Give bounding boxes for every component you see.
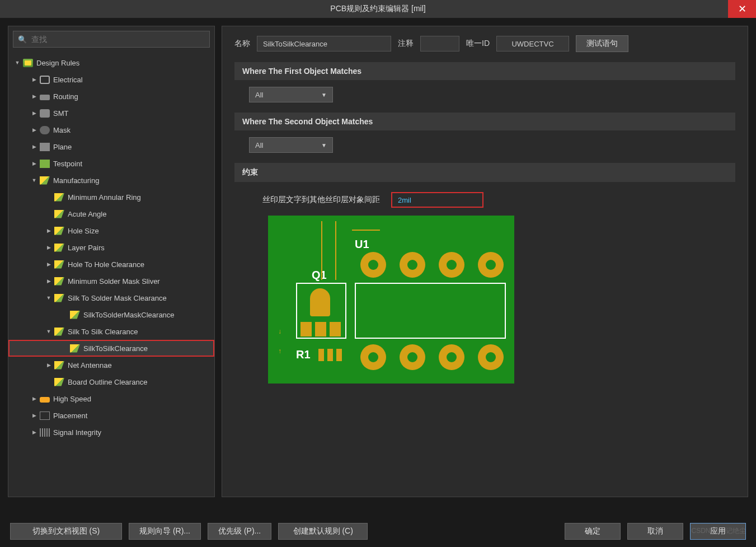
rule-icon bbox=[54, 378, 64, 386]
footer: 切换到文档视图 (S) 规则向导 (R)... 优先级 (P)... 创建默认规… bbox=[0, 516, 756, 547]
chevron-right-icon: ▶ bbox=[31, 143, 37, 150]
first-match-header: Where The First Object Matches bbox=[234, 62, 735, 80]
rule-icon bbox=[54, 328, 64, 336]
chevron-right-icon: ▶ bbox=[31, 127, 37, 133]
uid-input[interactable] bbox=[496, 36, 569, 52]
folder-icon bbox=[23, 59, 33, 67]
name-label: 名称 bbox=[234, 39, 250, 49]
switch-view-button[interactable]: 切换到文档视图 (S) bbox=[10, 523, 122, 540]
rule-icon bbox=[70, 344, 80, 353]
ok-button[interactable]: 确定 bbox=[565, 523, 621, 540]
constraints-header: 约束 bbox=[234, 163, 735, 182]
pcb-preview: U1 Q1 R1 ↓ ↑ bbox=[268, 216, 514, 384]
tree-min-solder-mask[interactable]: ▶Minimum Solder Mask Sliver bbox=[8, 273, 214, 289]
tree-smt[interactable]: ▶SMT bbox=[8, 105, 214, 121]
create-default-button[interactable]: 创建默认规则 (C) bbox=[278, 523, 368, 540]
chevron-right-icon: ▶ bbox=[31, 76, 37, 83]
pad bbox=[300, 322, 312, 336]
chevron-right-icon: ▶ bbox=[45, 261, 52, 268]
pad bbox=[310, 288, 330, 316]
tree-silk-silk-rule[interactable]: SilkToSilkClearance bbox=[8, 340, 214, 357]
tree-silk-silk-cat[interactable]: ▼Silk To Silk Clearance bbox=[8, 323, 214, 340]
placement-icon bbox=[40, 412, 50, 420]
dim-line bbox=[352, 230, 380, 231]
first-match-dropdown[interactable]: All▼ bbox=[249, 87, 333, 102]
tree-manufacturing[interactable]: ▼Manufacturing bbox=[8, 172, 214, 189]
u1-label: U1 bbox=[355, 238, 369, 251]
second-match-dropdown[interactable]: All▼ bbox=[249, 137, 333, 153]
rule-icon bbox=[54, 227, 64, 235]
rule-wizard-button[interactable]: 规则向导 (R)... bbox=[129, 523, 201, 540]
tree-plane[interactable]: ▶Plane bbox=[8, 138, 214, 155]
pad bbox=[439, 344, 464, 370]
second-match-header: Where The Second Object Matches bbox=[234, 113, 735, 130]
pad bbox=[315, 322, 326, 336]
pad bbox=[439, 252, 464, 278]
pad bbox=[330, 322, 341, 336]
name-input[interactable] bbox=[257, 36, 391, 52]
chevron-right-icon: ▶ bbox=[31, 412, 37, 419]
uid-label: 唯一ID bbox=[466, 39, 490, 49]
rule-icon bbox=[54, 361, 64, 370]
tree-placement[interactable]: ▶Placement bbox=[8, 407, 214, 424]
rule-icon bbox=[70, 311, 80, 319]
search-input[interactable] bbox=[31, 35, 205, 44]
tree-routing[interactable]: ▶Routing bbox=[8, 88, 214, 105]
rule-tree: ▼Design Rules ▶Electrical ▶Routing ▶SMT … bbox=[8, 52, 214, 497]
priority-button[interactable]: 优先级 (P)... bbox=[208, 523, 271, 540]
chevron-down-icon: ▼ bbox=[45, 294, 52, 301]
pad bbox=[478, 344, 504, 370]
tree-high-speed[interactable]: ▶High Speed bbox=[8, 390, 214, 407]
tree-acute-angle[interactable]: Acute Angle bbox=[8, 205, 214, 222]
test-query-button[interactable]: 测试语句 bbox=[576, 35, 628, 52]
dim-line bbox=[321, 221, 322, 280]
chevron-down-icon: ▼ bbox=[45, 328, 52, 335]
tree-silk-solder-rule[interactable]: SilkToSolderMaskClearance bbox=[8, 306, 214, 323]
titlebar: PCB规则及约束编辑器 [mil] ✕ bbox=[0, 0, 756, 18]
rule-icon bbox=[54, 294, 64, 302]
dim-arrow-icon: ↑ bbox=[278, 347, 281, 355]
cancel-button[interactable]: 取消 bbox=[627, 523, 683, 540]
close-button[interactable]: ✕ bbox=[728, 0, 756, 18]
tree-mask[interactable]: ▶Mask bbox=[8, 121, 214, 138]
tree-testpoint[interactable]: ▶Testpoint bbox=[8, 155, 214, 172]
chevron-right-icon: ▶ bbox=[31, 93, 37, 100]
manufacturing-icon bbox=[40, 176, 50, 185]
tree-silk-solder-cat[interactable]: ▼Silk To Solder Mask Clearance bbox=[8, 289, 214, 306]
rule-icon bbox=[54, 210, 64, 218]
tree-electrical[interactable]: ▶Electrical bbox=[8, 71, 214, 88]
rule-icon bbox=[54, 244, 64, 252]
chevron-down-icon: ▼ bbox=[321, 92, 327, 98]
tree-layer-pairs[interactable]: ▶Layer Pairs bbox=[8, 239, 214, 256]
tree-design-rules[interactable]: ▼Design Rules bbox=[8, 54, 214, 71]
rule-icon bbox=[54, 260, 64, 269]
plane-icon bbox=[40, 143, 50, 151]
smt-icon bbox=[40, 109, 50, 118]
tree-signal-integrity[interactable]: ▶Signal Integrity bbox=[8, 424, 214, 441]
tree-min-annular[interactable]: Minimum Annular Ring bbox=[8, 189, 214, 205]
testpoint-icon bbox=[40, 160, 50, 168]
signal-icon bbox=[40, 428, 50, 437]
tree-hole-size[interactable]: ▶Hole Size bbox=[8, 222, 214, 239]
search-box[interactable]: 🔍 bbox=[13, 31, 210, 48]
chevron-down-icon: ▼ bbox=[31, 177, 37, 184]
clearance-value-input[interactable]: 2mil bbox=[391, 192, 483, 208]
apply-button[interactable]: 应用 bbox=[690, 523, 746, 540]
chevron-down-icon: ▼ bbox=[321, 142, 327, 148]
pad bbox=[360, 252, 386, 278]
chevron-down-icon: ▼ bbox=[14, 59, 21, 66]
tree-board-outline[interactable]: Board Outline Clearance bbox=[8, 373, 214, 390]
dim-line bbox=[335, 221, 336, 280]
comment-input[interactable] bbox=[420, 36, 459, 52]
rule-icon bbox=[54, 277, 64, 286]
rule-icon bbox=[54, 193, 64, 202]
pad bbox=[318, 349, 324, 361]
chevron-right-icon: ▶ bbox=[45, 362, 52, 368]
tree-net-antennae[interactable]: ▶Net Antennae bbox=[8, 357, 214, 373]
clearance-label: 丝印层文字到其他丝印层对象间距 bbox=[262, 195, 380, 205]
electrical-icon bbox=[40, 76, 50, 84]
chevron-right-icon: ▶ bbox=[31, 395, 37, 402]
r1-label: R1 bbox=[296, 348, 311, 361]
chevron-right-icon: ▶ bbox=[31, 429, 37, 436]
tree-hole-to-hole[interactable]: ▶Hole To Hole Clearance bbox=[8, 256, 214, 273]
